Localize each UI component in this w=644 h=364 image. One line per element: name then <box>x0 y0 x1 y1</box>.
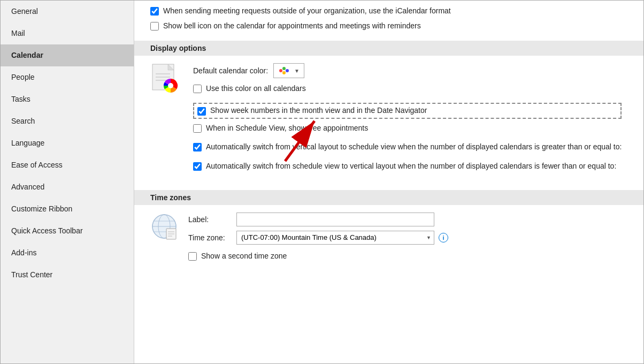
top-checks-section: When sending meeting requests outside of… <box>134 1 643 41</box>
second-timezone-checkbox[interactable] <box>188 252 197 261</box>
display-options-controls: Default calendar color: ▼ <box>193 63 622 176</box>
svg-point-8 <box>282 67 286 70</box>
sidebar-item-people[interactable]: People <box>1 66 134 88</box>
auto-switch-vertical-label: Automatically switch from vertical layou… <box>206 142 622 153</box>
sidebar-item-general[interactable]: General <box>1 1 134 22</box>
sidebar-item-trust-center[interactable]: Trust Center <box>1 264 134 286</box>
display-checks-group: Use this color on all calendars Show wee… <box>193 84 622 176</box>
auto-switch-vertical-checkbox[interactable] <box>193 143 202 151</box>
color-dropdown[interactable]: ▼ <box>273 63 304 78</box>
calendar-icon-area <box>150 63 182 95</box>
auto-switch-schedule-label: Automatically switch from schedule view … <box>206 161 616 172</box>
globe-icon-area <box>150 213 180 242</box>
display-options-header: Display options <box>134 41 643 56</box>
schedule-view-checkbox[interactable] <box>193 124 202 133</box>
color-palette-icon <box>278 66 290 75</box>
second-timezone-label: Show a second time zone <box>201 251 287 262</box>
svg-point-10 <box>282 71 286 74</box>
bell-icon-label: Show bell icon on the calendar for appoi… <box>163 21 421 32</box>
timezone-select-wrapper: (UTC-07:00) Mountain Time (US & Canada) <box>236 231 434 245</box>
sidebar-item-calendar[interactable]: Calendar <box>1 44 134 66</box>
svg-point-6 <box>168 83 173 88</box>
second-timezone-row: Show a second time zone <box>188 251 448 262</box>
timezone-field-label: Time zone: <box>188 233 236 242</box>
sidebar: General Mail Calendar People Tasks Searc… <box>1 1 134 363</box>
use-color-checkbox[interactable] <box>193 85 202 93</box>
sidebar-item-advanced[interactable]: Advanced <box>1 176 134 198</box>
sidebar-item-mail[interactable]: Mail <box>1 22 134 44</box>
time-zones-body: Label: Time zone: (UTC-07:00) Mountain T… <box>134 205 643 274</box>
sidebar-item-language[interactable]: Language <box>1 132 134 154</box>
use-color-label: Use this color on all calendars <box>206 84 306 94</box>
label-field-row: Label: <box>188 213 448 226</box>
sidebar-item-customize-ribbon[interactable]: Customize Ribbon <box>1 198 134 220</box>
svg-point-9 <box>286 69 289 72</box>
timezone-fields: Label: Time zone: (UTC-07:00) Mountain T… <box>188 213 448 266</box>
timezone-field-row: Time zone: (UTC-07:00) Mountain Time (US… <box>188 231 448 245</box>
time-zones-header: Time zones <box>134 190 643 205</box>
globe-icon <box>150 213 178 240</box>
show-week-numbers-label: Show week numbers in the month view and … <box>210 106 427 115</box>
sidebar-item-tasks[interactable]: Tasks <box>1 88 134 110</box>
calendar-color-icon <box>150 63 180 95</box>
schedule-view-label: When in Schedule View, show free appoint… <box>206 123 368 134</box>
use-color-row: Use this color on all calendars <box>193 84 622 94</box>
timezone-select[interactable]: (UTC-07:00) Mountain Time (US & Canada) <box>236 231 434 245</box>
icalendar-check-row: When sending meeting requests outside of… <box>150 6 627 17</box>
sidebar-item-quick-access-toolbar[interactable]: Quick Access Toolbar <box>1 220 134 242</box>
display-options-row: Default calendar color: ▼ <box>150 63 627 176</box>
sidebar-item-add-ins[interactable]: Add-ins <box>1 242 134 264</box>
timezone-content-row: Label: Time zone: (UTC-07:00) Mountain T… <box>150 213 627 266</box>
show-week-numbers-row: Show week numbers in the month view and … <box>193 103 622 119</box>
icalendar-checkbox[interactable] <box>150 7 159 16</box>
default-color-row: Default calendar color: ▼ <box>193 63 622 78</box>
svg-point-7 <box>279 69 282 72</box>
icalendar-label: When sending meeting requests outside of… <box>163 6 451 17</box>
auto-switch-schedule-checkbox[interactable] <box>193 162 202 171</box>
info-icon[interactable]: i <box>439 233 448 242</box>
display-options-body: Default calendar color: ▼ <box>134 56 643 189</box>
bell-icon-checkbox[interactable] <box>150 22 159 31</box>
sidebar-item-ease-of-access[interactable]: Ease of Access <box>1 154 134 176</box>
show-week-numbers-checkbox[interactable] <box>197 107 206 116</box>
auto-switch-vertical-row: Automatically switch from vertical layou… <box>193 142 622 153</box>
chevron-down-icon: ▼ <box>294 68 300 74</box>
bell-icon-check-row: Show bell icon on the calendar for appoi… <box>150 21 627 32</box>
schedule-view-row: When in Schedule View, show free appoint… <box>193 123 622 134</box>
label-field-label: Label: <box>188 215 236 224</box>
auto-switch-schedule-row: Automatically switch from schedule view … <box>193 161 622 172</box>
label-field-input[interactable] <box>236 213 434 226</box>
default-color-label: Default calendar color: <box>193 66 268 75</box>
main-content: When sending meeting requests outside of… <box>134 1 643 363</box>
sidebar-item-search[interactable]: Search <box>1 110 134 132</box>
